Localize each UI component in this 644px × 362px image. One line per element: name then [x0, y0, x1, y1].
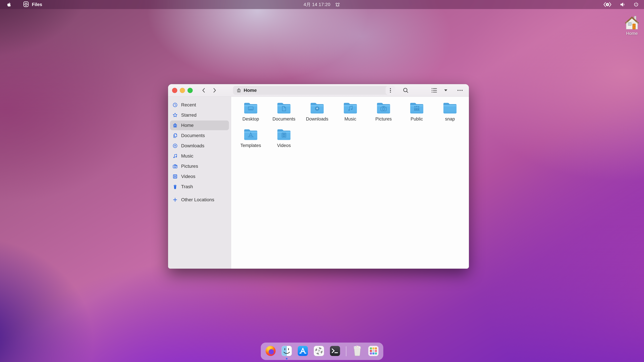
sidebar-item-label: Pictures	[181, 164, 198, 169]
menu-bar: Files 4月 14 17:20 ?	[0, 0, 644, 9]
plus-icon	[172, 197, 178, 202]
svg-text:?: ?	[318, 350, 320, 353]
sidebar-item-documents[interactable]: Documents	[170, 131, 229, 140]
dock-item-trash-full[interactable]	[352, 346, 363, 357]
files-app-icon	[23, 1, 29, 8]
sidebar-item-label: Downloads	[181, 143, 204, 148]
keyboard-indicator-icon[interactable]: ?	[603, 1, 612, 7]
folder-item-downloads[interactable]: Downloads	[300, 102, 334, 128]
path-current-location: Home	[244, 88, 257, 93]
sidebar-item-home[interactable]: Home	[170, 120, 229, 130]
file-grid[interactable]: Desktop Documents Downloads Music	[231, 97, 469, 269]
documents-icon	[172, 133, 178, 138]
trash-full-icon	[352, 346, 363, 357]
window-body: Recent Starred Home Documents Downloads …	[168, 97, 469, 269]
sidebar-item-label: Home	[181, 123, 194, 128]
volume-icon[interactable]	[620, 1, 626, 7]
folder-icon	[376, 102, 392, 115]
recent-icon	[172, 102, 178, 108]
path-home-icon	[236, 88, 241, 93]
maximize-button[interactable]	[188, 88, 193, 93]
dock: ?	[261, 343, 384, 360]
app-grid-icon	[368, 346, 379, 357]
view-controls	[431, 87, 462, 93]
window-menu-button[interactable]	[458, 90, 462, 91]
folder-item-documents[interactable]: Documents	[267, 102, 300, 128]
sidebar-item-label: Videos	[181, 174, 196, 179]
desktop-home-shortcut[interactable]: Home	[622, 14, 642, 36]
sidebar-item-label: Music	[181, 153, 193, 159]
view-options-dropdown[interactable]	[444, 89, 448, 92]
power-icon[interactable]	[633, 2, 639, 7]
folder-icon	[342, 102, 358, 115]
sidebar: Recent Starred Home Documents Downloads …	[168, 97, 231, 269]
pictures-icon	[172, 164, 178, 169]
folder-item-videos[interactable]: Videos	[267, 128, 300, 155]
sidebar-item-videos[interactable]: Videos	[170, 172, 229, 181]
running-indicator	[286, 358, 288, 360]
sidebar-item-starred[interactable]: Starred	[170, 110, 229, 120]
dock-item-help[interactable]: ?	[314, 346, 324, 357]
folder-icon	[243, 128, 258, 142]
folder-item-public[interactable]: Public	[400, 102, 433, 128]
location-menu-button[interactable]	[386, 86, 395, 95]
music-icon	[172, 153, 178, 159]
path-bar[interactable]: Home	[233, 86, 395, 95]
nav-buttons	[202, 88, 217, 93]
home-folder-icon	[624, 14, 640, 30]
list-view-button[interactable]	[431, 87, 438, 93]
sidebar-item-label: Documents	[181, 133, 205, 138]
firefox-icon	[265, 346, 276, 357]
dock-item-software-store[interactable]	[297, 346, 308, 357]
menu-bar-center: 4月 14 17:20	[304, 0, 340, 9]
sidebar-item-label: Other Locations	[181, 197, 214, 202]
active-app-name: Files	[32, 2, 42, 7]
sidebar-item-pictures[interactable]: Pictures	[170, 161, 229, 171]
sidebar-item-label: Recent	[181, 102, 196, 108]
sidebar-item-other-locations[interactable]: Other Locations	[170, 195, 229, 205]
videos-icon	[172, 174, 178, 179]
folder-icon	[276, 128, 292, 142]
folder-item-pictures[interactable]: Pictures	[367, 102, 400, 128]
software-store-icon	[297, 346, 308, 357]
sidebar-item-music[interactable]: Music	[170, 151, 229, 161]
dock-item-app-grid[interactable]	[368, 346, 379, 357]
dock-item-firefox[interactable]	[265, 346, 276, 357]
desktop-icon-label: Home	[626, 31, 638, 36]
dock-separator	[346, 346, 346, 356]
downloads-icon	[172, 143, 178, 148]
starred-icon	[172, 112, 178, 118]
files-icon	[281, 346, 292, 357]
folder-icon	[276, 102, 292, 115]
minimize-button[interactable]	[180, 88, 185, 93]
window-titlebar[interactable]: Home	[168, 84, 469, 97]
folder-icon	[442, 102, 458, 115]
sidebar-item-label: Trash	[181, 184, 193, 189]
folder-item-templates[interactable]: Templates	[234, 128, 267, 155]
folder-icon	[309, 102, 325, 115]
terminal-icon	[330, 346, 340, 357]
search-button[interactable]	[403, 87, 409, 93]
folder-item-music[interactable]: Music	[334, 102, 367, 128]
sidebar-item-trash[interactable]: Trash	[170, 182, 229, 192]
dock-item-terminal[interactable]	[330, 346, 340, 357]
apple-menu-icon[interactable]	[6, 2, 12, 7]
menu-bar-left: Files	[0, 1, 42, 8]
folder-icon	[409, 102, 425, 115]
notification-bell-icon[interactable]	[335, 2, 340, 7]
folder-icon	[243, 102, 258, 115]
home-icon	[172, 123, 178, 128]
forward-button[interactable]	[212, 88, 217, 93]
clock[interactable]: 4月 14 17:20	[304, 1, 330, 7]
menu-bar-right: ?	[603, 1, 639, 7]
folder-item-desktop[interactable]: Desktop	[234, 102, 267, 128]
back-button[interactable]	[202, 88, 206, 93]
sidebar-item-recent[interactable]: Recent	[170, 100, 229, 110]
dock-item-files[interactable]	[281, 346, 292, 357]
folder-item-snap[interactable]: snap	[433, 102, 466, 128]
traffic-lights	[172, 88, 193, 93]
close-button[interactable]	[172, 88, 177, 93]
active-app-menu[interactable]: Files	[23, 1, 42, 8]
files-window: Home	[168, 84, 469, 269]
sidebar-item-downloads[interactable]: Downloads	[170, 141, 229, 151]
